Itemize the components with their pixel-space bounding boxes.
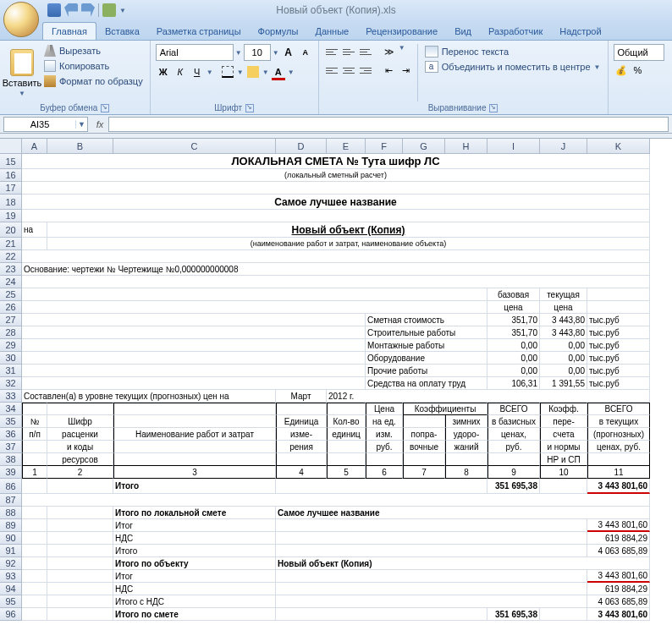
align-middle-button[interactable] [341,44,356,59]
row-header[interactable]: 31 [0,365,22,377]
cell[interactable]: 351 695,38 [487,608,540,621]
col-header-B[interactable]: B [47,139,113,154]
cell[interactable]: 0,00 [540,352,587,365]
cell[interactable]: 619 884,29 [587,583,650,595]
cell[interactable] [47,479,113,494]
cell[interactable]: 3 443 801,60 [587,570,650,583]
grid-body[interactable]: 15 ЛОКАЛЬНАЯ СМЕТА № Тута шифр ЛС 16 (ло… [0,154,672,621]
row-header[interactable]: 93 [0,570,22,583]
cell[interactable] [47,403,113,415]
row-header[interactable]: 19 [0,210,22,222]
cell[interactable]: 5 [327,466,366,479]
col-header-D[interactable]: D [276,139,327,154]
percent-button[interactable]: % [631,63,646,78]
cell[interactable] [403,453,445,466]
cell[interactable]: (прогнозных) [587,428,650,441]
cell[interactable]: на ед. [366,415,403,428]
paste-button[interactable]: Вставить ▼ [5,44,39,101]
cell[interactable] [47,557,113,570]
align-top-button[interactable] [324,44,339,59]
align-center-button[interactable] [341,63,356,78]
row-header[interactable]: 95 [0,595,22,608]
row-header[interactable]: 20 [0,222,22,238]
cell[interactable]: 351,70 [487,314,540,326]
cut-button[interactable]: Вырезать [42,44,145,58]
row-header[interactable]: 18 [0,195,22,210]
orientation-dropdown-icon[interactable]: ▼ [399,44,405,59]
font-name-dropdown-icon[interactable]: ▼ [235,49,242,57]
underline-button[interactable]: Ч [190,64,205,80]
cell[interactable]: на [22,222,47,238]
cell[interactable]: текущая [540,288,587,301]
cell[interactable] [22,479,47,494]
cell[interactable] [587,301,650,314]
cell[interactable]: изме- [276,428,327,441]
cell[interactable] [22,557,47,570]
col-header-A[interactable]: A [22,139,47,154]
cell[interactable]: 10 [540,466,587,479]
cell[interactable] [22,238,47,250]
cell[interactable] [22,595,47,608]
cell[interactable] [587,453,650,466]
name-box-dropdown-icon[interactable]: ▼ [75,120,87,129]
cell[interactable] [22,326,366,339]
cell[interactable] [22,288,487,301]
font-size-combo[interactable]: 10 [244,44,271,61]
cell[interactable]: 1 [22,466,47,479]
paste-dropdown-icon[interactable]: ▼ [19,90,25,97]
cell[interactable]: и нормы [540,441,587,453]
cell[interactable]: 0,00 [540,339,587,352]
borders-dropdown-icon[interactable]: ▼ [237,69,244,76]
formula-input[interactable] [108,117,669,132]
redo-icon[interactable] [81,3,95,17]
cell[interactable] [47,595,113,608]
col-header-K[interactable]: K [587,139,650,154]
cell[interactable] [22,403,47,415]
qat-dropdown-icon[interactable]: ▼ [119,7,126,14]
cell[interactable] [276,403,327,415]
cell[interactable]: ВСЕГО [487,403,540,415]
cell[interactable] [487,453,540,466]
merge-center-button[interactable]: Объединить и поместить в центре▼ [423,59,603,74]
row-header[interactable]: 39 [0,466,22,479]
cell[interactable]: 0,00 [487,352,540,365]
cell[interactable]: Монтажные работы [366,339,487,352]
cell[interactable] [327,403,366,415]
row-header[interactable]: 87 [0,494,22,507]
row-header[interactable]: 29 [0,339,22,352]
clipboard-dialog-launcher[interactable] [101,104,109,112]
fill-color-button[interactable] [245,64,261,80]
cell[interactable] [22,519,47,532]
cell[interactable]: Составлен(а) в уровне текущих (прогнозны… [22,390,276,403]
row-header[interactable]: 90 [0,532,22,545]
cell[interactable] [47,507,113,519]
cell[interactable]: Кол-во [327,415,366,428]
cell[interactable]: тыс.руб [587,339,650,352]
cell[interactable]: 3 443,80 [540,314,587,326]
row-header[interactable]: 30 [0,352,22,365]
cell[interactable] [47,532,113,545]
cell-title[interactable]: ЛОКАЛЬНАЯ СМЕТА № Тута шифр ЛС [22,154,650,169]
cell[interactable]: п/п [22,428,47,441]
row-header[interactable]: 17 [0,182,22,195]
row-header[interactable]: 96 [0,608,22,621]
col-header-C[interactable]: C [113,139,276,154]
cell[interactable]: 351 695,38 [487,479,540,494]
row-header[interactable]: 33 [0,390,22,403]
cell[interactable] [22,250,650,263]
cell[interactable] [276,479,487,494]
cell[interactable] [22,352,366,365]
col-header-H[interactable]: H [445,139,487,154]
cell[interactable]: тыс.руб [587,326,650,339]
cell[interactable]: 3 443,80 [540,326,587,339]
col-header-J[interactable]: J [540,139,587,154]
cell[interactable] [276,545,587,557]
cell[interactable] [22,583,47,595]
cell[interactable]: Итог [113,519,276,532]
number-format-combo[interactable]: Общий [614,44,664,61]
row-header[interactable]: 15 [0,154,22,169]
cell[interactable]: 0,00 [487,339,540,352]
row-header[interactable]: 37 [0,441,22,453]
cell[interactable] [22,365,366,377]
cell[interactable]: Итого по объекту [113,557,276,570]
